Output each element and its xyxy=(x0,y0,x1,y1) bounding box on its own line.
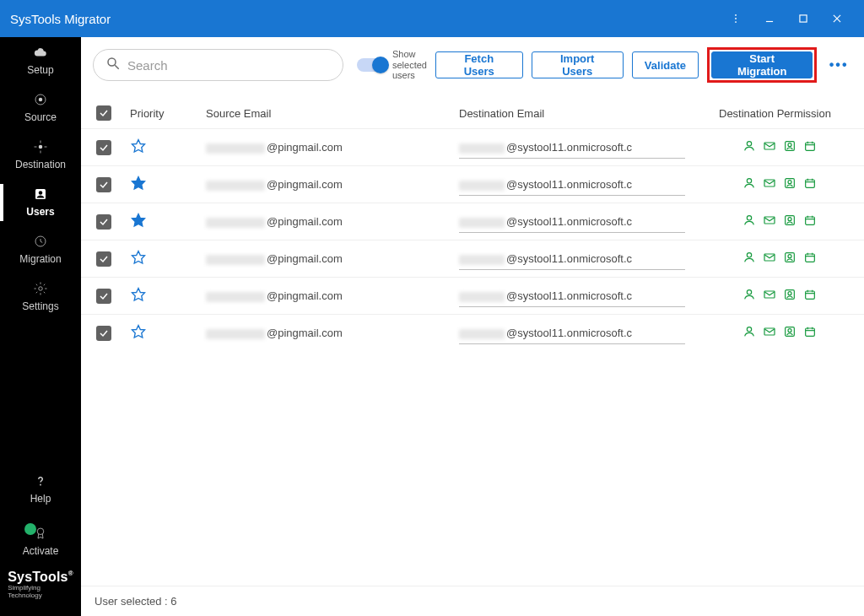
perm-mail-icon xyxy=(763,139,776,155)
svg-point-0 xyxy=(735,14,737,16)
row-checkbox[interactable] xyxy=(96,326,111,341)
redacted-text xyxy=(206,143,265,154)
destination-domain: @systool11.onmicrosoft.c xyxy=(506,178,632,191)
show-selected-toggle[interactable]: Show selected users xyxy=(357,49,427,81)
priority-star[interactable] xyxy=(130,144,147,157)
import-users-button[interactable]: Import Users xyxy=(532,51,624,78)
row-checkbox[interactable] xyxy=(96,289,111,304)
sidebar-item-settings[interactable]: Settings xyxy=(0,273,81,321)
table-row[interactable]: @pingmail.com @systool11.onmicrosoft.c xyxy=(81,314,864,351)
perm-calendar-icon xyxy=(803,325,817,341)
source-email-cell: @pingmail.com xyxy=(206,141,459,154)
check-icon xyxy=(99,217,109,227)
toolbar-more-button[interactable]: ••• xyxy=(825,51,852,78)
perm-mail-icon xyxy=(763,176,776,192)
svg-point-15 xyxy=(37,528,44,535)
source-email-cell: @pingmail.com xyxy=(206,289,459,302)
sidebar-item-migration[interactable]: Migration xyxy=(0,226,81,273)
badge-icon xyxy=(32,525,49,542)
sidebar-item-users[interactable]: Users xyxy=(0,179,81,226)
destination-email-cell[interactable]: @systool11.onmicrosoft.c xyxy=(459,252,719,265)
start-migration-highlight: Start Migration xyxy=(707,47,817,83)
source-email-cell: @pingmail.com xyxy=(206,178,459,191)
destination-domain: @systool11.onmicrosoft.c xyxy=(506,289,632,302)
validate-button[interactable]: Validate xyxy=(632,51,699,78)
start-migration-button[interactable]: Start Migration xyxy=(711,51,813,78)
sidebar-item-setup[interactable]: Setup xyxy=(0,37,81,84)
user-icon xyxy=(32,186,49,203)
table-row[interactable]: @pingmail.com @systool11.onmicrosoft.c xyxy=(81,128,864,165)
table-row[interactable]: @pingmail.com @systool11.onmicrosoft.c xyxy=(81,277,864,314)
window-minimize-button[interactable] xyxy=(753,0,786,37)
svg-point-34 xyxy=(788,218,791,221)
search-input[interactable] xyxy=(127,58,331,73)
star-icon xyxy=(130,286,147,303)
window-close-button[interactable] xyxy=(820,0,854,37)
redacted-text xyxy=(206,329,265,339)
svg-point-22 xyxy=(788,143,791,147)
destination-email-cell[interactable]: @systool11.onmicrosoft.c xyxy=(459,215,719,228)
more-horiz-icon: ••• xyxy=(829,57,849,73)
sidebar-item-label: Help xyxy=(30,493,51,505)
more-vert-icon xyxy=(730,13,742,24)
table-row[interactable]: @pingmail.com @systool11.onmicrosoft.c xyxy=(81,203,864,240)
table-row[interactable]: @pingmail.com @systool11.onmicrosoft.c xyxy=(81,165,864,203)
row-checkbox[interactable] xyxy=(96,140,111,155)
destination-email-cell[interactable]: @systool11.onmicrosoft.c xyxy=(459,327,719,339)
svg-point-19 xyxy=(747,142,751,146)
col-header-source: Source Email xyxy=(206,107,459,120)
titlebar-more-button[interactable] xyxy=(719,0,753,37)
svg-point-9 xyxy=(39,145,43,149)
svg-point-52 xyxy=(788,329,791,332)
redacted-text xyxy=(206,255,265,265)
svg-marker-30 xyxy=(132,214,145,227)
target-icon xyxy=(32,138,49,155)
row-checkbox[interactable] xyxy=(96,214,111,230)
priority-star[interactable] xyxy=(130,256,147,268)
priority-star[interactable] xyxy=(130,219,147,231)
redacted-text xyxy=(206,292,265,302)
source-email-cell: @pingmail.com xyxy=(206,252,459,265)
table-row[interactable]: @pingmail.com @systool11.onmicrosoft.c xyxy=(81,240,864,277)
priority-star[interactable] xyxy=(130,330,147,343)
sidebar-item-label: Users xyxy=(26,206,54,218)
search-input-wrap[interactable] xyxy=(93,49,343,81)
sidebar-item-activate[interactable]: Activate xyxy=(23,525,59,565)
row-checkbox[interactable] xyxy=(96,177,111,192)
close-icon xyxy=(831,13,843,24)
window-maximize-button[interactable] xyxy=(786,0,820,37)
fetch-users-button[interactable]: Fetch Users xyxy=(435,51,523,78)
perm-mail-icon xyxy=(763,251,776,267)
perm-calendar-icon xyxy=(803,251,817,267)
svg-point-11 xyxy=(39,191,43,195)
redacted-text xyxy=(459,143,505,154)
permission-icons xyxy=(719,251,856,267)
col-header-permission: Destination Permission xyxy=(719,107,856,120)
perm-user-icon xyxy=(742,251,756,267)
star-icon xyxy=(130,175,147,192)
sidebar-item-source[interactable]: Source xyxy=(0,84,81,132)
svg-marker-36 xyxy=(132,251,145,264)
priority-star[interactable] xyxy=(130,181,147,194)
svg-point-7 xyxy=(39,98,43,102)
row-checkbox[interactable] xyxy=(96,251,111,267)
select-all-checkbox[interactable] xyxy=(96,105,111,121)
priority-star[interactable] xyxy=(130,293,147,305)
svg-point-40 xyxy=(788,255,791,258)
svg-rect-47 xyxy=(806,291,815,299)
maximize-icon xyxy=(797,13,809,24)
destination-email-cell[interactable]: @systool11.onmicrosoft.c xyxy=(459,178,719,191)
destination-email-cell[interactable]: @systool11.onmicrosoft.c xyxy=(459,289,719,302)
gear-icon xyxy=(32,280,49,297)
sidebar-item-destination[interactable]: Destination xyxy=(0,132,81,179)
svg-point-14 xyxy=(40,484,41,486)
check-icon xyxy=(99,143,109,153)
sidebar-item-label: Source xyxy=(24,111,57,123)
sidebar-item-help[interactable]: Help xyxy=(30,469,51,513)
source-email-cell: @pingmail.com xyxy=(206,327,459,339)
minimize-icon xyxy=(764,13,775,24)
destination-email-cell[interactable]: @systool11.onmicrosoft.c xyxy=(459,141,719,154)
redacted-text xyxy=(459,255,505,265)
perm-contact-icon xyxy=(783,139,796,155)
perm-contact-icon xyxy=(783,251,796,267)
